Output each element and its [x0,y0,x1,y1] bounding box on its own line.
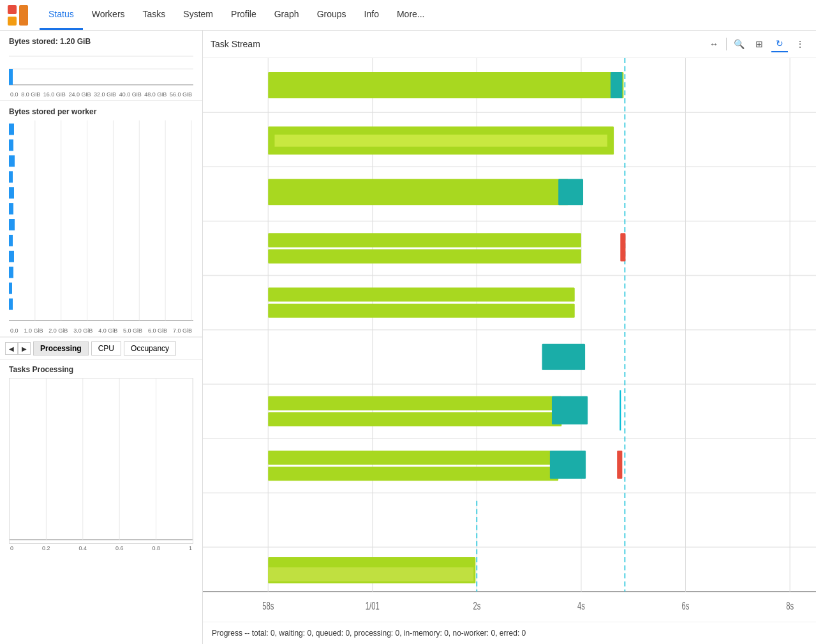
svg-rect-19 [9,187,14,198]
nav-item-more[interactable]: More... [388,0,434,30]
svg-text:4s: 4s [577,600,585,612]
tab-prev-button[interactable]: ◀ [5,342,18,355]
bytes-stored-xaxis: 0.0 8.0 GiB 16.0 GiB 24.0 GiB 32.0 GiB 4… [9,91,193,98]
toolbar-refresh-button[interactable]: ↻ [771,36,788,52]
svg-text:58s: 58s [262,600,274,612]
nav-item-profile[interactable]: Profile [222,0,265,30]
nav-item-workers[interactable]: Workers [83,0,134,30]
progress-text: Progress -- total: 0, waiting: 0, queued… [212,629,526,638]
svg-text:1/01: 1/01 [366,600,380,612]
toolbar-menu-button[interactable]: ⋮ [792,36,808,52]
tasks-processing-title: Tasks Processing [9,365,193,374]
svg-rect-60 [268,304,575,318]
svg-rect-55 [558,179,583,205]
tab-next-button[interactable]: ▶ [18,342,31,355]
svg-rect-2 [19,5,28,26]
svg-rect-54 [268,179,568,205]
svg-rect-66 [268,451,558,465]
svg-rect-61 [542,344,585,370]
toolbar-zoom-button[interactable]: 🔍 [731,36,747,52]
nav-item-system[interactable]: System [174,0,222,30]
stream-header: Task Stream ↔ 🔍 ⊞ ↻ ⋮ [203,31,816,58]
svg-rect-23 [9,251,14,262]
svg-rect-26 [9,299,13,310]
tab-cpu[interactable]: CPU [91,341,121,356]
tasks-processing-chart [9,378,193,544]
svg-text:2s: 2s [473,600,480,612]
right-panel: Task Stream ↔ 🔍 ⊞ ↻ ⋮ [203,31,816,644]
main-layout: Bytes stored: 1.20 GiB 0.0 8.0 GiB 16.0 … [0,31,816,644]
svg-rect-50 [611,72,622,98]
svg-rect-20 [9,203,13,214]
bytes-stored-svg [9,50,193,88]
svg-rect-49 [268,72,623,98]
svg-rect-57 [268,250,581,264]
nav-item-status[interactable]: Status [40,0,83,30]
tab-occupancy[interactable]: Occupancy [124,341,176,356]
svg-rect-17 [9,155,15,167]
svg-rect-64 [552,396,588,424]
svg-text:6s: 6s [682,600,690,612]
tasks-processing-section: Tasks Processing 0 0.2 0.4 0.6 0.8 1 [0,360,202,557]
nav-item-graph[interactable]: Graph [265,0,308,30]
svg-rect-56 [268,233,581,247]
stream-toolbar: ↔ 🔍 ⊞ ↻ ⋮ [706,36,808,52]
bytes-per-worker-title: Bytes stored per worker [9,107,193,116]
svg-rect-63 [268,412,561,426]
progress-section: Progress -- total: 0, waiting: 0, queued… [203,622,816,644]
tab-processing[interactable]: Processing [33,341,89,356]
svg-rect-18 [9,171,13,183]
toolbar-box-button[interactable]: ⊞ [751,36,768,52]
left-panel: Bytes stored: 1.20 GiB 0.0 8.0 GiB 16.0 … [0,31,203,644]
bytes-stored-chart: 0.0 8.0 GiB 16.0 GiB 24.0 GiB 32.0 GiB 4… [9,50,193,98]
bytes-stored-section: Bytes stored: 1.20 GiB 0.0 8.0 GiB 16.0 … [0,31,202,101]
svg-rect-0 [8,5,17,14]
bytes-per-worker-section: Bytes stored per worker [0,101,202,337]
tasks-processing-svg [10,378,193,543]
navbar: Status Workers Tasks System Profile Grap… [0,0,816,31]
svg-rect-67 [268,467,558,481]
nav-item-tasks[interactable]: Tasks [134,0,175,30]
svg-rect-21 [9,219,15,230]
nav-item-info[interactable]: Info [355,0,388,30]
svg-rect-25 [9,283,12,294]
toolbar-sep-1 [726,38,727,50]
svg-rect-22 [9,235,13,246]
app-logo [6,4,29,27]
toolbar-pan-button[interactable]: ↔ [706,36,722,52]
bytes-per-worker-xaxis: 0.0 1.0 GiB 2.0 GiB 3.0 GiB 4.0 GiB 5.0 … [9,327,193,334]
tasks-processing-xaxis: 0 0.2 0.4 0.6 0.8 1 [9,545,193,551]
svg-rect-72 [268,567,473,581]
svg-rect-69 [617,451,622,479]
svg-rect-6 [9,69,13,85]
svg-rect-68 [550,451,586,479]
svg-rect-53 [274,135,607,147]
stream-title: Task Stream [211,39,260,49]
bytes-stored-title: Bytes stored: 1.20 GiB [9,37,193,46]
svg-rect-15 [9,124,14,135]
svg-rect-24 [9,267,13,278]
bytes-per-worker-svg [9,120,193,324]
svg-rect-1 [8,17,17,26]
stream-chart: 58s 1/01 2s 4s 6s 8s [203,58,816,622]
svg-rect-58 [620,233,625,261]
svg-text:8s: 8s [786,600,794,612]
bytes-per-worker-chart: 0.0 1.0 GiB 2.0 GiB 3.0 GiB 4.0 GiB 5.0 … [9,120,193,334]
svg-rect-16 [9,139,13,151]
tab-bar: ◀ ▶ Processing CPU Occupancy [0,337,202,360]
nav-item-groups[interactable]: Groups [308,0,355,30]
stream-svg: 58s 1/01 2s 4s 6s 8s [203,58,816,622]
svg-rect-62 [268,396,561,410]
svg-rect-59 [268,288,575,302]
